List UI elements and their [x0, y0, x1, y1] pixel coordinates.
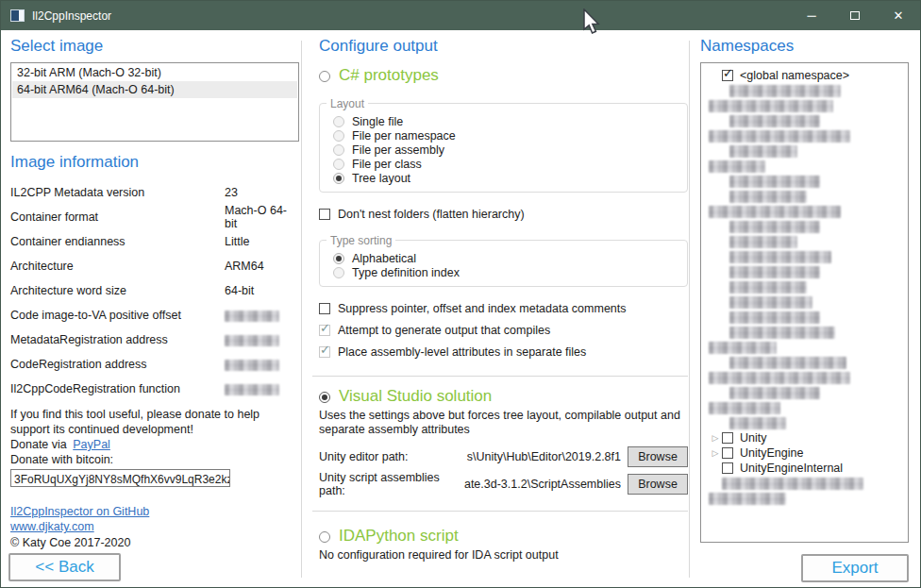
- expander-icon[interactable]: ▷: [709, 433, 722, 443]
- export-button[interactable]: Export: [801, 554, 909, 582]
- select-image-section: Select image 32-bit ARM (Mach-O 32-bit) …: [10, 37, 299, 550]
- column-divider-right: [689, 41, 690, 578]
- redacted-value: [225, 311, 279, 322]
- type-sorting-title: Type sorting: [327, 234, 395, 247]
- paypal-link[interactable]: PayPal: [73, 437, 110, 452]
- visual-studio-solution-radio[interactable]: Visual Studio solution: [319, 387, 688, 406]
- unity-assemblies-path-label: Unity script assemblies path:: [319, 471, 459, 497]
- namespace-item-unityengineinternal[interactable]: UnityEngineInternal: [701, 461, 908, 476]
- namespace-item-redacted[interactable]: [701, 204, 908, 219]
- namespace-item-redacted[interactable]: [701, 234, 908, 249]
- image-listbox[interactable]: 32-bit ARM (Mach-O 32-bit) 64-bit ARM64 …: [10, 62, 299, 142]
- namespace-item-redacted[interactable]: [701, 491, 908, 506]
- namespace-item-unity[interactable]: ▷ Unity: [701, 430, 908, 445]
- radio-file-per-namespace[interactable]: File per namespace: [333, 128, 678, 143]
- namespace-item-unityengine[interactable]: ▷ UnityEngine: [701, 445, 908, 461]
- checkbox-icon: [319, 209, 330, 220]
- radio-type-definition-index[interactable]: Type definition index: [333, 265, 678, 279]
- expander-icon[interactable]: ▷: [709, 448, 722, 458]
- donate-via-label: Donate via: [10, 438, 67, 451]
- namespace-item-redacted[interactable]: [701, 249, 908, 264]
- browse-assemblies-button[interactable]: Browse: [628, 474, 688, 495]
- idapython-script-label: IDAPython script: [339, 527, 459, 546]
- radio-icon: [333, 116, 344, 127]
- namespace-item-redacted[interactable]: [701, 159, 908, 174]
- idapython-script-radio[interactable]: IDAPython script: [319, 527, 688, 546]
- namespace-item-redacted[interactable]: [701, 279, 908, 294]
- visual-studio-solution-label: Visual Studio solution: [339, 387, 492, 406]
- image-list-item-selected[interactable]: 64-bit ARM64 (Mach-O 64-bit): [12, 81, 297, 98]
- website-link[interactable]: www.djkaty.com: [10, 519, 299, 534]
- csharp-prototypes-radio[interactable]: C# prototypes: [319, 66, 688, 85]
- info-row: MetadataRegistration address: [10, 333, 299, 346]
- github-link[interactable]: Il2CppInspector on GitHub: [10, 504, 299, 519]
- namespace-item-redacted[interactable]: [701, 370, 908, 385]
- titlebar: Il2CppInspector ─ ✕: [1, 1, 920, 30]
- radio-single-file[interactable]: Single file: [333, 114, 678, 128]
- namespace-item-redacted[interactable]: [701, 174, 908, 189]
- bitcoin-label: Donate with bitcoin:: [10, 452, 295, 467]
- namespace-item-redacted[interactable]: [701, 98, 908, 113]
- namespaces-section: Namespaces ✓ <global namespace>: [700, 37, 909, 543]
- namespace-item-redacted[interactable]: [701, 325, 908, 340]
- compilable-output-checkbox[interactable]: ✓ Attempt to generate output that compil…: [319, 322, 688, 338]
- info-row: Container formatMach-O 64-bit: [10, 210, 299, 224]
- maximize-button[interactable]: [833, 1, 877, 30]
- namespaces-list[interactable]: ✓ <global namespace>: [700, 62, 909, 543]
- redacted-value: [225, 384, 279, 395]
- namespace-item-redacted[interactable]: [701, 143, 908, 159]
- namespace-item-redacted[interactable]: [701, 415, 908, 430]
- checkbox-icon[interactable]: [722, 447, 733, 459]
- vs-description: Uses the settings above but forces tree …: [319, 409, 688, 437]
- radio-alphabetical[interactable]: Alphabetical: [333, 251, 678, 265]
- info-row: Il2CppCodeRegistration function: [10, 382, 299, 395]
- minimize-button[interactable]: ─: [790, 1, 833, 30]
- window-title: Il2CppInspector: [32, 9, 111, 23]
- image-list-item[interactable]: 32-bit ARM (Mach-O 32-bit): [12, 64, 297, 81]
- radio-icon-selected: [333, 173, 344, 184]
- namespace-item-redacted[interactable]: [701, 219, 908, 234]
- suppress-comments-checkbox[interactable]: Suppress pointer, offset and index metad…: [319, 300, 688, 316]
- info-row: CodeRegistration address: [10, 358, 299, 371]
- namespace-item-global[interactable]: ✓ <global namespace>: [701, 68, 908, 83]
- checkbox-icon[interactable]: [722, 432, 733, 444]
- namespace-item-redacted[interactable]: [701, 400, 908, 415]
- flatten-hierarchy-checkbox[interactable]: Don't nest folders (flatten hierarchy): [319, 206, 688, 222]
- copyright: © Katy Coe 2017-2020: [10, 535, 299, 550]
- namespace-item-redacted[interactable]: [701, 476, 908, 491]
- radio-file-per-assembly[interactable]: File per assembly: [333, 143, 678, 157]
- radio-icon-selected: [333, 253, 344, 264]
- unity-editor-path-input[interactable]: s\Unity\Hub\Editor\2019.2.8f1: [459, 450, 621, 463]
- namespace-item-redacted[interactable]: [701, 340, 908, 355]
- namespace-item-redacted[interactable]: [701, 355, 908, 370]
- namespace-item-redacted[interactable]: [701, 128, 908, 143]
- checkbox-icon-checked[interactable]: ✓: [722, 70, 733, 81]
- browse-editor-button[interactable]: Browse: [628, 446, 688, 467]
- layout-group: Layout Single file File per namespace Fi…: [319, 103, 688, 193]
- unity-assemblies-path-input[interactable]: ate.3d-3.1.2\ScriptAssemblies: [459, 478, 621, 491]
- redacted-value: [225, 360, 279, 371]
- radio-icon-selected: [319, 392, 330, 403]
- namespace-item-redacted[interactable]: [701, 294, 908, 310]
- namespace-item-redacted[interactable]: [701, 83, 908, 98]
- radio-file-per-class[interactable]: File per class: [333, 157, 678, 171]
- close-button[interactable]: ✕: [877, 1, 920, 30]
- bitcoin-address-input[interactable]: 3FoRUqUXgYj8NY8sMQfhX6vv9LqR3e2kzz: [10, 469, 230, 487]
- donate-via-row: Donate via PayPal: [10, 437, 295, 452]
- section-divider: [312, 376, 688, 377]
- namespace-item-redacted[interactable]: [701, 385, 908, 400]
- separate-attributes-checkbox[interactable]: ✓ Place assembly-level attributes in sep…: [319, 344, 688, 360]
- namespace-item-redacted[interactable]: [701, 310, 908, 325]
- namespace-item-redacted[interactable]: [701, 189, 908, 204]
- type-sorting-group: Type sorting Alphabetical Type definitio…: [319, 240, 688, 287]
- image-information-table: IL2CPP Metadata version23 Container form…: [10, 186, 299, 395]
- info-row: Container endiannessLittle: [10, 235, 299, 248]
- radio-icon: [333, 130, 344, 142]
- unity-assemblies-path-row: Unity script assemblies path: ate.3d-3.1…: [319, 474, 688, 495]
- checkbox-icon[interactable]: [722, 462, 733, 474]
- radio-tree-layout[interactable]: Tree layout: [333, 171, 678, 185]
- back-button[interactable]: << Back: [8, 553, 121, 581]
- namespace-item-redacted[interactable]: [701, 113, 908, 128]
- namespace-item-redacted[interactable]: [701, 264, 908, 279]
- layout-group-title: Layout: [327, 97, 368, 110]
